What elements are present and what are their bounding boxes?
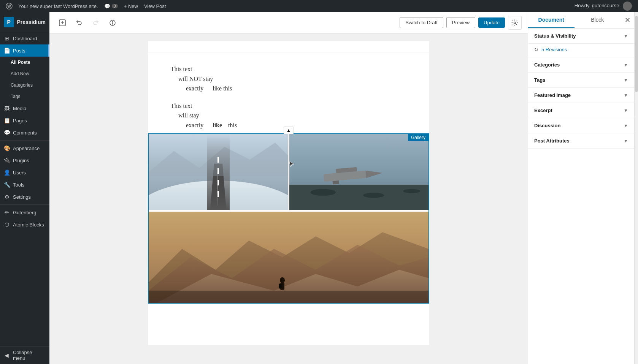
tags-header[interactable]: Tags ▼ [528, 73, 634, 87]
gallery-top-grid [149, 134, 429, 210]
sidebar-item-all-posts[interactable]: All Posts [0, 57, 49, 68]
text-block-2-line1: This text [171, 101, 406, 111]
info-button[interactable] [106, 16, 119, 30]
pages-icon: 📋 [4, 117, 10, 123]
text-block-1-line1: This text [171, 64, 406, 74]
featured-image-chevron-icon: ▼ [624, 93, 628, 98]
status-visibility-header[interactable]: Status & Visibility ▼ [528, 28, 634, 43]
svg-rect-29 [149, 290, 429, 302]
sidebar-item-media[interactable]: 🖼 Media [0, 102, 49, 114]
users-icon: 👤 [4, 169, 10, 176]
gallery-label: Gallery [408, 134, 429, 141]
tools-icon: 🔧 [4, 182, 10, 188]
panel-section-discussion: Discussion ▼ [528, 118, 634, 133]
collapse-icon: ◀ [4, 352, 10, 358]
svg-rect-24 [333, 180, 339, 184]
categories-header[interactable]: Categories ▼ [528, 57, 634, 72]
panel-tabs: Document Block ✕ [528, 12, 634, 28]
atomic-blocks-icon: ⬡ [4, 222, 10, 228]
excerpt-chevron-icon: ▼ [624, 108, 628, 113]
svg-marker-11 [210, 163, 227, 210]
svg-point-19 [363, 193, 384, 198]
post-attributes-chevron-icon: ▼ [624, 138, 628, 144]
brand-logo: P Pressidium [0, 12, 49, 32]
gallery-move-up-button[interactable]: ▲ [284, 127, 294, 134]
text-block-2-line3: exactly like this [186, 120, 406, 130]
settings-icon: ⚙ [4, 194, 10, 200]
text-block-2[interactable]: This text will stay exactly like this [171, 101, 406, 130]
gallery-image-3[interactable] [149, 212, 429, 303]
sidebar-item-tags[interactable]: Tags [0, 91, 49, 102]
post-attributes-header[interactable]: Post Attributes ▼ [528, 133, 634, 148]
sidebar-item-users[interactable]: 👤 Users [0, 166, 49, 179]
svg-rect-32 [279, 283, 282, 288]
gallery-image-1[interactable] [149, 134, 288, 210]
svg-point-30 [280, 277, 285, 283]
featured-image-header[interactable]: Featured Image ▼ [528, 88, 634, 103]
sidebar-item-settings[interactable]: ⚙ Settings [0, 191, 49, 203]
tags-chevron-icon: ▼ [624, 78, 628, 83]
sidebar-item-gutenberg[interactable]: ✏ Gutenberg [0, 206, 49, 218]
sidebar-item-comments[interactable]: 💬 Comments [0, 127, 49, 139]
view-post-link[interactable]: View Post [141, 0, 169, 12]
categories-chevron-icon: ▼ [624, 62, 628, 68]
wp-logo-icon[interactable]: W [3, 0, 15, 12]
text-block-1-line2: will NOT stay [178, 74, 406, 84]
svg-point-7 [112, 21, 113, 22]
settings-button[interactable] [508, 16, 522, 30]
panel-section-post-attributes: Post Attributes ▼ [528, 133, 634, 149]
sidebar-item-tools[interactable]: 🔧 Tools [0, 179, 49, 191]
sidebar-item-dashboard[interactable]: ⊞ Dashboard [0, 32, 49, 44]
svg-point-20 [403, 189, 420, 193]
site-name[interactable]: Your new super fast WordPress site. [15, 0, 101, 12]
sidebar-item-plugins[interactable]: 🔌 Plugins [0, 154, 49, 166]
posts-icon: 📄 [4, 47, 10, 54]
sidebar-item-collapse[interactable]: ◀ Collapse menu [0, 347, 49, 364]
revisions-link[interactable]: ↻ 5 Revisions [528, 44, 634, 57]
revisions-clock-icon: ↻ [534, 47, 538, 52]
tab-block[interactable]: Block [575, 12, 621, 28]
text-block-1-line3: exactly like this [186, 84, 232, 93]
sidebar-item-pages[interactable]: 📋 Pages [0, 114, 49, 127]
svg-text:W: W [7, 4, 11, 8]
howdy-text: Howdy, gutencourse [571, 2, 635, 11]
undo-button[interactable] [72, 16, 86, 30]
switch-to-draft-button[interactable]: Switch to Draft [400, 17, 443, 28]
panel-section-featured-image: Featured Image ▼ [528, 88, 634, 103]
right-panel-scrollbar-thumb[interactable] [635, 16, 638, 92]
dashboard-icon: ⊞ [4, 35, 10, 41]
new-content-link[interactable]: + New [121, 0, 141, 12]
svg-point-8 [514, 22, 516, 24]
gallery-block[interactable]: Gallery ▲ [148, 133, 429, 304]
gutenberg-icon: ✏ [4, 209, 10, 215]
right-panel-scrollbar[interactable] [634, 12, 638, 364]
sidebar-item-appearance[interactable]: 🎨 Appearance [0, 142, 49, 154]
text-block-1[interactable]: This text will NOT stay exactly like thi… [171, 64, 406, 93]
comment-bubble-icon: 💬 [104, 3, 110, 9]
status-chevron-icon: ▼ [624, 33, 628, 39]
add-block-button[interactable] [56, 16, 69, 30]
redo-button[interactable] [89, 16, 103, 30]
sidebar-item-atomic-blocks[interactable]: ⬡ Atomic Blocks [0, 218, 49, 231]
panel-section-status: Status & Visibility ▼ [528, 28, 634, 44]
sidebar-item-categories[interactable]: Categories [0, 79, 49, 91]
discussion-chevron-icon: ▼ [624, 123, 628, 128]
publish-button[interactable]: Update [478, 17, 505, 28]
excerpt-header[interactable]: Excerpt ▼ [528, 103, 634, 118]
svg-rect-17 [289, 185, 429, 210]
panel-close-button[interactable]: ✕ [621, 13, 634, 27]
panel-section-categories: Categories ▼ [528, 57, 634, 73]
editor-canvas: This text will NOT stay exactly like thi… [148, 41, 429, 345]
appearance-icon: 🎨 [4, 145, 10, 151]
brand-icon: P [4, 17, 14, 27]
discussion-header[interactable]: Discussion ▼ [528, 118, 634, 133]
text-block-2-line2: will stay [178, 111, 406, 120]
tab-document[interactable]: Document [528, 12, 575, 28]
preview-button[interactable]: Preview [446, 17, 475, 28]
plugins-icon: 🔌 [4, 157, 10, 163]
panel-section-revisions: ↻ 5 Revisions [528, 44, 634, 57]
gallery-image-2[interactable] [289, 134, 429, 210]
sidebar-item-posts[interactable]: 📄 Posts [0, 44, 49, 57]
comments-link[interactable]: 💬 0 [101, 0, 121, 12]
sidebar-item-add-new[interactable]: Add New [0, 68, 49, 79]
